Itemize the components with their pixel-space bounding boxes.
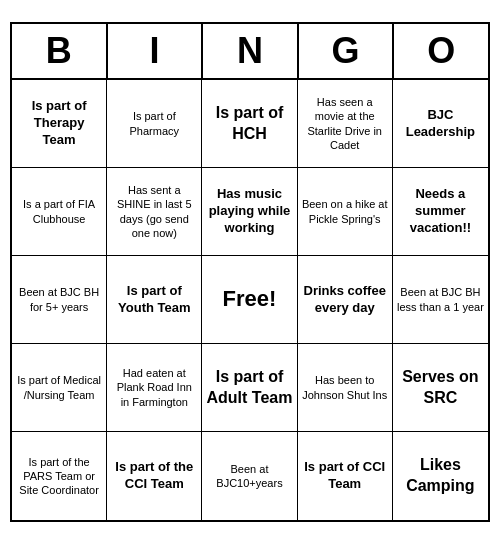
bingo-cell-8: Been on a hike at Pickle Spring's — [298, 168, 393, 256]
bingo-cell-24: Likes Camping — [393, 432, 488, 520]
bingo-cell-18: Has been to Johnson Shut Ins — [298, 344, 393, 432]
header-letter-b: B — [12, 24, 108, 78]
header-letter-g: G — [299, 24, 395, 78]
bingo-header: BINGO — [12, 24, 488, 80]
bingo-cell-1: Is part of Pharmacy — [107, 80, 202, 168]
bingo-card: BINGO Is part of Therapy TeamIs part of … — [10, 22, 490, 522]
bingo-grid: Is part of Therapy TeamIs part of Pharma… — [12, 80, 488, 520]
header-letter-o: O — [394, 24, 488, 78]
bingo-cell-9: Needs a summer vacation!! — [393, 168, 488, 256]
bingo-cell-20: Is part of the PARS Team or Site Coordin… — [12, 432, 107, 520]
bingo-cell-22: Been at BJC10+years — [202, 432, 297, 520]
bingo-cell-2: Is part of HCH — [202, 80, 297, 168]
header-letter-n: N — [203, 24, 299, 78]
bingo-cell-11: Is part of Youth Team — [107, 256, 202, 344]
bingo-cell-21: Is part of the CCI Team — [107, 432, 202, 520]
bingo-cell-3: Has seen a movie at the Starlite Drive i… — [298, 80, 393, 168]
bingo-cell-16: Had eaten at Plank Road Inn in Farmingto… — [107, 344, 202, 432]
bingo-cell-10: Been at BJC BH for 5+ years — [12, 256, 107, 344]
bingo-cell-7: Has music playing while working — [202, 168, 297, 256]
bingo-cell-6: Has sent a SHINE in last 5 days (go send… — [107, 168, 202, 256]
bingo-cell-13: Drinks coffee every day — [298, 256, 393, 344]
bingo-cell-12: Free! — [202, 256, 297, 344]
bingo-cell-15: Is part of Medical /Nursing Team — [12, 344, 107, 432]
bingo-cell-23: Is part of CCI Team — [298, 432, 393, 520]
bingo-cell-4: BJC Leadership — [393, 80, 488, 168]
bingo-cell-19: Serves on SRC — [393, 344, 488, 432]
bingo-cell-17: Is part of Adult Team — [202, 344, 297, 432]
header-letter-i: I — [108, 24, 204, 78]
bingo-cell-14: Been at BJC BH less than a 1 year — [393, 256, 488, 344]
bingo-cell-5: Is a part of FIA Clubhouse — [12, 168, 107, 256]
bingo-cell-0: Is part of Therapy Team — [12, 80, 107, 168]
